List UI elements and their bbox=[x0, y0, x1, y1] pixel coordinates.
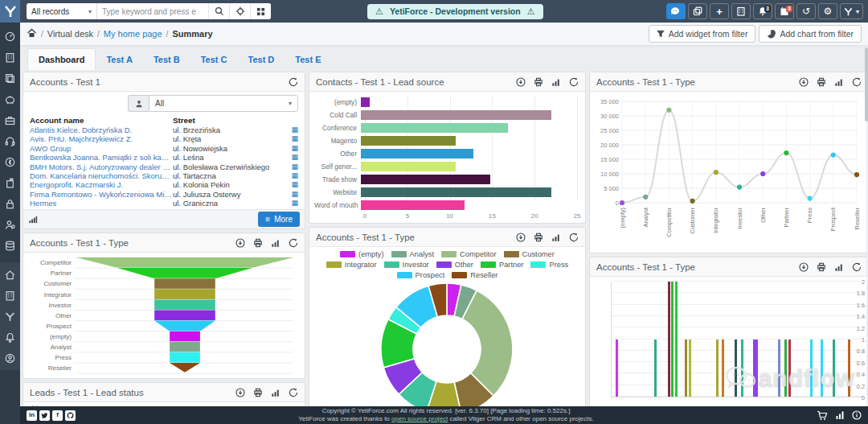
cart-button[interactable] bbox=[817, 410, 828, 421]
bar-chart-button[interactable] bbox=[833, 261, 844, 272]
advanced-search-button[interactable] bbox=[229, 3, 250, 19]
bar[interactable] bbox=[361, 175, 490, 184]
bar[interactable] bbox=[616, 340, 618, 397]
legend-item[interactable]: Customer bbox=[504, 250, 555, 258]
sidebar-item-profile[interactable] bbox=[0, 348, 20, 368]
bar[interactable] bbox=[821, 340, 823, 397]
sidebar-item-documents[interactable] bbox=[0, 68, 20, 89]
tab-test-d[interactable]: Test D bbox=[238, 49, 285, 70]
refresh-button[interactable] bbox=[568, 76, 579, 87]
dev-warning-banner[interactable]: ⚠ YetiForce - Development version ⚠ bbox=[367, 4, 543, 19]
record-detail-button[interactable]: ▦ bbox=[287, 190, 298, 199]
refresh-button[interactable] bbox=[288, 237, 298, 248]
legend-item[interactable]: Analyst bbox=[391, 250, 435, 258]
sidebar-item-support[interactable] bbox=[0, 130, 20, 151]
download-button[interactable] bbox=[515, 76, 526, 87]
bar[interactable] bbox=[833, 340, 835, 397]
record-detail-button[interactable]: ▦ bbox=[287, 144, 298, 153]
bar[interactable] bbox=[689, 340, 691, 397]
refresh-button[interactable] bbox=[851, 76, 862, 87]
sidebar-item-contacts[interactable] bbox=[0, 214, 20, 235]
account-link[interactable]: Avis. PHU. Majchrzykiewicz Z. bbox=[30, 134, 173, 143]
add-chart-from-filter-button[interactable]: Add chart from filter bbox=[759, 25, 862, 43]
bar-chart-button[interactable] bbox=[833, 76, 844, 87]
download-button[interactable] bbox=[798, 261, 809, 272]
breadcrumb-virtual-desk[interactable]: Virtual desk bbox=[47, 29, 93, 39]
more-button[interactable]: ≡More bbox=[258, 212, 300, 227]
sidebar-item-finance[interactable] bbox=[0, 151, 20, 172]
bar-chart-button[interactable] bbox=[270, 237, 280, 248]
tab-test-b[interactable]: Test B bbox=[143, 49, 190, 70]
account-link[interactable]: Bentkowska Joanna. Pamiątki z soli kamie… bbox=[30, 153, 173, 162]
chat-button[interactable] bbox=[666, 3, 686, 19]
tags-button[interactable] bbox=[688, 3, 707, 19]
download-button[interactable] bbox=[235, 237, 245, 248]
record-detail-button[interactable]: ▦ bbox=[287, 153, 298, 162]
legend-item[interactable]: Investor bbox=[384, 261, 429, 269]
bar[interactable] bbox=[668, 282, 670, 397]
owner-select[interactable]: All ▾ bbox=[149, 95, 298, 112]
tab-test-e[interactable]: Test E bbox=[285, 49, 331, 70]
bar[interactable] bbox=[685, 340, 687, 397]
home-breadcrumb-button[interactable] bbox=[27, 28, 37, 39]
sidebar-item-briefcase[interactable] bbox=[0, 109, 20, 130]
sidebar-item-organization[interactable] bbox=[0, 285, 20, 306]
calendar-button[interactable]: 3 bbox=[775, 3, 794, 19]
bar[interactable] bbox=[361, 136, 456, 146]
bar[interactable] bbox=[361, 149, 473, 158]
notifications-button[interactable]: 3 bbox=[753, 3, 772, 19]
legend-item[interactable]: Partner bbox=[481, 261, 524, 269]
record-detail-button[interactable]: ▦ bbox=[287, 126, 298, 134]
facebook-icon[interactable]: f bbox=[52, 410, 63, 421]
linkedin-icon[interactable]: in bbox=[27, 410, 37, 421]
bar[interactable] bbox=[735, 340, 737, 397]
bar[interactable] bbox=[784, 340, 787, 397]
record-detail-button[interactable]: ▦ bbox=[287, 199, 298, 208]
apps-menu-button[interactable] bbox=[250, 3, 271, 19]
bar[interactable] bbox=[361, 110, 551, 120]
legend-item[interactable]: Integrator bbox=[326, 261, 377, 269]
open-source-link[interactable]: open source project bbox=[391, 415, 448, 422]
refresh-button[interactable] bbox=[568, 232, 579, 242]
print-button[interactable] bbox=[252, 237, 263, 248]
github-icon[interactable] bbox=[65, 410, 76, 421]
sidebar-item-security[interactable] bbox=[0, 193, 20, 214]
history-button[interactable]: ↺ bbox=[796, 3, 816, 19]
bar[interactable] bbox=[361, 123, 508, 133]
twitter-icon[interactable] bbox=[39, 410, 50, 421]
account-link[interactable]: Dom. Kancelaria nieruchomości. Skorupka … bbox=[30, 171, 173, 180]
refresh-button[interactable] bbox=[851, 261, 862, 272]
print-button[interactable] bbox=[816, 261, 826, 272]
legend-item[interactable]: (empty) bbox=[340, 250, 384, 258]
quick-create-button[interactable]: + bbox=[710, 3, 729, 19]
add-widget-from-filter-button[interactable]: Add widget from filter bbox=[649, 25, 756, 43]
print-button[interactable] bbox=[252, 387, 263, 397]
legend-item[interactable]: Other bbox=[436, 261, 473, 269]
bar[interactable] bbox=[671, 282, 674, 397]
breadcrumb-my-home-page[interactable]: My home page bbox=[104, 29, 162, 39]
bar[interactable] bbox=[361, 97, 370, 107]
legend-item[interactable]: Prospect bbox=[397, 271, 445, 279]
sidebar-item-database[interactable] bbox=[0, 235, 20, 256]
bar[interactable] bbox=[753, 340, 758, 397]
bar-chart-button[interactable] bbox=[270, 387, 280, 397]
bar[interactable] bbox=[716, 340, 719, 397]
tab-test-a[interactable]: Test A bbox=[96, 49, 142, 70]
record-detail-button[interactable]: ▦ bbox=[287, 180, 298, 189]
tab-test-c[interactable]: Test C bbox=[190, 49, 238, 70]
bar[interactable] bbox=[741, 340, 743, 397]
bar[interactable] bbox=[361, 187, 551, 197]
app-logo[interactable] bbox=[0, 0, 20, 23]
refresh-button[interactable] bbox=[288, 387, 298, 397]
sidebar-item-projects[interactable] bbox=[0, 172, 20, 193]
refresh-button[interactable] bbox=[288, 76, 298, 87]
bar[interactable] bbox=[788, 340, 791, 397]
user-filter-button[interactable] bbox=[128, 95, 149, 112]
bar-chart-button[interactable] bbox=[551, 232, 561, 242]
account-link[interactable]: AWO Group bbox=[30, 144, 173, 153]
info-button[interactable] bbox=[852, 410, 862, 420]
search-input[interactable] bbox=[97, 3, 208, 19]
search-button[interactable] bbox=[208, 3, 229, 19]
bar[interactable] bbox=[654, 340, 657, 397]
account-link[interactable]: Atlantis Kielce. Dobrzyńska D. bbox=[30, 126, 173, 134]
